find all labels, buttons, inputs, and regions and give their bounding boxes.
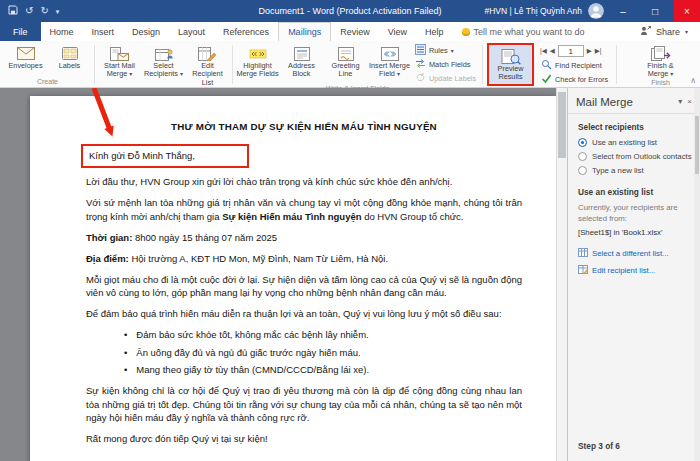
find-recipient-button[interactable]: Find Recipient (538, 59, 611, 72)
envelopes-button[interactable]: Envelopes (4, 42, 47, 78)
bullet-icon: • (124, 363, 127, 376)
ribbon-mailings: Envelopes Labels Create Start Mai (0, 41, 700, 88)
pane-title: Mail Merge (576, 96, 673, 108)
document-page[interactable]: THƯ MỜI THAM DỰ SỰ KIỆN HIẾN MÁU TÌNH NG… (30, 96, 556, 461)
insert-merge-field-button[interactable]: Insert Merge Field ▾ (368, 42, 411, 85)
scrollbar-thumb[interactable] (558, 92, 566, 158)
pane-scrollbar[interactable] (694, 88, 700, 461)
group-create: Envelopes Labels Create (2, 42, 93, 87)
ribbon-tab-row: File Home Insert Design Layout Reference… (0, 22, 700, 41)
radio-select-from-outlook[interactable]: Select from Outlook contacts (578, 152, 691, 161)
first-record-button[interactable]: |◀ (540, 48, 547, 55)
check-for-errors-label: Check for Errors (555, 75, 608, 84)
greeting-line-icon (338, 45, 354, 62)
paragraph-meaning: Mỗi giọt máu cho đi là một cuộc đời ở lạ… (86, 273, 522, 300)
last-record-button[interactable]: ▶| (595, 48, 602, 55)
link-label: Edit recipient list... (592, 266, 655, 275)
tell-me-box[interactable]: Tell me what you want to do (453, 22, 594, 41)
edit-recipient-list-button[interactable]: Edit Recipient List (186, 42, 229, 87)
radio-use-existing-list[interactable]: Use an existing list (578, 138, 691, 147)
tab-layout[interactable]: Layout (169, 22, 214, 41)
greeting-line-button[interactable]: Greeting Line (324, 42, 367, 85)
workspace: THƯ MỜI THAM DỰ SỰ KIỆN HIẾN MÁU TÌNH NG… (0, 88, 700, 461)
save-icon[interactable] (8, 5, 18, 17)
link-label: Select a different list... (592, 249, 669, 258)
group-label-create: Create (4, 78, 91, 87)
wizard-step: Step 3 of 6 (568, 435, 700, 461)
group-start-mail-merge: Start Mail Merge ▾ Select Recipients ▾ E… (96, 42, 231, 87)
previous-record-button[interactable]: ◀ (550, 48, 555, 55)
time-value: 8h00 ngày 15 tháng 07 năm 2025 (132, 232, 277, 243)
radio-selected-icon (578, 138, 587, 147)
finish-and-merge-button[interactable]: Finish & Merge ▾ (639, 42, 682, 79)
radio-label: Use an existing list (592, 138, 657, 147)
document-scrollbar[interactable] (556, 88, 567, 461)
avatar[interactable] (588, 3, 604, 19)
place-label: Địa điểm: (86, 253, 129, 264)
event-name-bold: Sự kiện Hiến máu Tình nguyện (222, 211, 361, 222)
qat-chevron-down-icon[interactable]: ▾ (56, 8, 60, 15)
update-labels-button[interactable]: Update Labels (412, 72, 479, 85)
tab-view[interactable]: View (379, 22, 416, 41)
match-fields-button[interactable]: Match Fields (412, 58, 479, 71)
start-mail-merge-button[interactable]: Start Mail Merge ▾ (98, 42, 141, 87)
tab-help[interactable]: Help (416, 22, 453, 41)
rules-button[interactable]: Rules ▾ (412, 44, 479, 57)
titlebar: ↺ ↻ ▾ Document1 - Word (Product Activati… (0, 0, 700, 22)
select-recipients-icon (155, 45, 173, 62)
address-block-button[interactable]: Address Block (280, 42, 323, 85)
tab-review[interactable]: Review (331, 22, 379, 41)
edit-recipient-list-link[interactable]: Edit recipient list... (578, 265, 691, 276)
minimize-button[interactable]: – (610, 0, 636, 22)
tab-design[interactable]: Design (123, 22, 169, 41)
pane-close-icon[interactable]: × (687, 98, 692, 106)
next-record-button[interactable]: ▶ (587, 48, 592, 55)
lightbulb-icon (462, 28, 470, 36)
undo-icon[interactable]: ↺ (25, 6, 33, 16)
start-mail-merge-icon (110, 45, 129, 62)
insert-merge-field-label: Insert Merge Field (369, 61, 410, 78)
account-name[interactable]: #HVN | Lê Thị Quỳnh Anh (485, 6, 583, 16)
paragraph-farewell: Rất mong được đón tiếp Quý vị tại sự kiệ… (86, 432, 522, 445)
redo-icon[interactable]: ↻ (40, 6, 48, 16)
share-button[interactable]: Share ▾ (628, 22, 700, 41)
insert-merge-field-icon (381, 45, 399, 62)
highlight-merge-fields-button[interactable]: Highlight Merge Fields (236, 42, 279, 85)
tab-home[interactable]: Home (41, 22, 83, 41)
tab-references[interactable]: References (214, 22, 278, 41)
paragraph-invitation-post: do HVN Group tổ chức. (362, 211, 464, 222)
titlebar-right: #HVN | Lê Thị Quỳnh Anh – □ × (485, 0, 700, 22)
labels-button[interactable]: Labels (48, 42, 91, 78)
radio-type-new-list[interactable]: Type a new list (578, 166, 691, 175)
pane-header: Mail Merge ▾ × (568, 88, 700, 114)
list-item-text: Đảm bảo sức khỏe tốt, không mắc các bệnh… (136, 328, 368, 341)
list-item-text: Mang theo giấy tờ tùy thân (CMND/CCCD/Bằ… (136, 363, 369, 376)
preview-results-button[interactable]: Preview Results (489, 45, 532, 84)
chevron-down-icon: ▾ (397, 71, 400, 77)
tab-mailings[interactable]: Mailings (278, 22, 331, 41)
chevron-down-icon: ▾ (129, 71, 132, 77)
paragraph-place: Địa điểm: Hội trường A, KĐT HD Mon, Mỹ Đ… (86, 252, 522, 265)
select-different-list-link[interactable]: Select a different list... (578, 248, 691, 259)
pane-chevron-down-icon[interactable]: ▾ (678, 98, 682, 106)
tab-file[interactable]: File (0, 22, 41, 41)
collapse-ribbon-icon[interactable]: ∧ (690, 77, 696, 85)
maximize-button[interactable]: □ (642, 0, 668, 22)
list-item: •Mang theo giấy tờ tùy thân (CMND/CCCD/B… (124, 363, 522, 376)
labels-label: Labels (59, 62, 81, 70)
address-block-icon (294, 45, 310, 62)
tab-insert[interactable]: Insert (83, 22, 124, 41)
match-fields-icon (415, 58, 426, 71)
check-for-errors-button[interactable]: Check for Errors (538, 73, 611, 86)
find-recipient-label: Find Recipient (555, 61, 602, 70)
radio-icon (578, 152, 587, 161)
select-recipients-button[interactable]: Select Recipients ▾ (142, 42, 185, 87)
record-number-input[interactable] (558, 45, 584, 57)
edit-recipient-list-icon (198, 45, 217, 62)
finish-and-merge-icon (651, 45, 671, 62)
match-fields-label: Match Fields (429, 60, 470, 69)
tell-me-label: Tell me what you want to do (474, 27, 585, 37)
group-separator (94, 45, 95, 84)
pane-scrollbar-thumb[interactable] (695, 116, 699, 174)
close-button[interactable]: × (674, 0, 700, 22)
